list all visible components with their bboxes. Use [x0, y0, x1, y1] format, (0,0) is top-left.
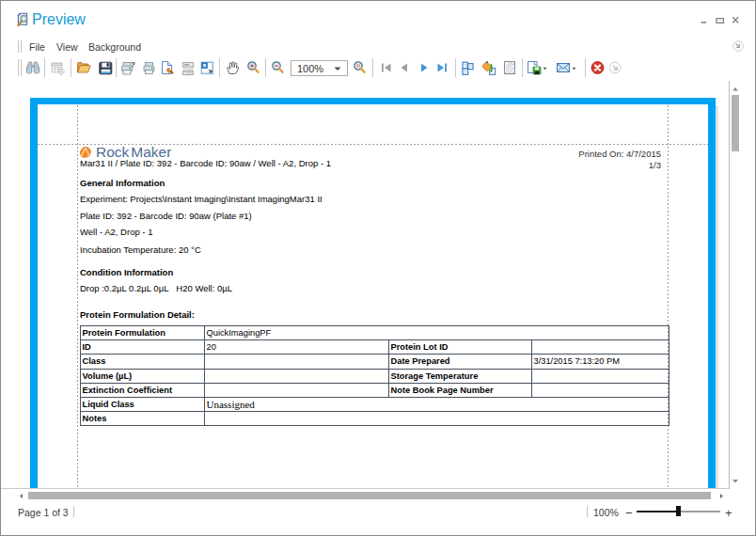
svg-text:?: ?: [131, 60, 135, 69]
